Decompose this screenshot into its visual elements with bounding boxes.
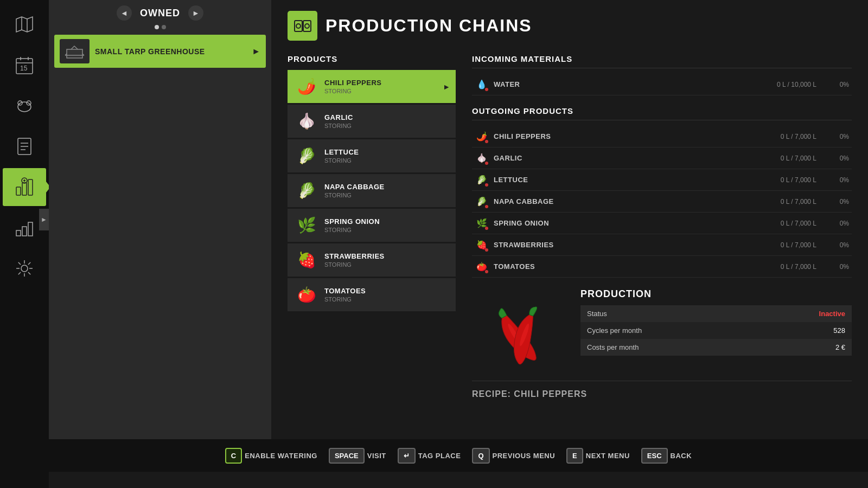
outgoing-icon: 🍓 (475, 238, 488, 252)
outgoing-name: LETTUCE (494, 176, 775, 184)
hotkey-label: VISIT (367, 452, 386, 460)
product-item-chili[interactable]: 🌶️ CHILI PEPPERS STORING ► (288, 70, 456, 103)
panel-collapse-arrow[interactable]: ► (39, 209, 49, 230)
outgoing-row-spring-onion: 🌿 SPRING ONION 0 L / 7,000 L 0% (472, 213, 852, 234)
product-name-spring_onion: SPRING ONION (324, 217, 450, 226)
production-box: PRODUCTION Status Inactive Cycles per mo… (472, 288, 852, 370)
outgoing-icon: 🧄 (475, 151, 488, 165)
material-status-dot (485, 162, 488, 165)
product-item-strawberries[interactable]: 🍓 STRAWBERRIES STORING (288, 243, 456, 277)
product-name-chili: CHILI PEPPERS (324, 79, 437, 87)
facility-arrow: ► (252, 47, 260, 56)
outgoing-title: OUTGOING PRODUCTS (472, 106, 852, 120)
incoming-percent: 0% (830, 81, 849, 88)
product-info-spring_onion: SPRING ONION STORING (324, 217, 450, 233)
incoming-title: INCOMING MATERIALS (472, 54, 852, 68)
owned-dots (54, 25, 266, 29)
product-item-garlic[interactable]: 🧄 GARLIC STORING (288, 105, 456, 138)
cycles-value: 528 (752, 322, 852, 339)
hotkey-label: NEXT MENU (586, 452, 630, 460)
incoming-list: 💧 WATER 0 L / 10,000 L 0% (472, 74, 852, 95)
product-sub-napa: STORING (324, 192, 450, 198)
sidebar-item-production[interactable] (3, 168, 46, 206)
product-info-lettuce: LETTUCE STORING (324, 148, 450, 164)
facility-name: SMALL TARP GREENHOUSE (95, 47, 246, 56)
product-arrow-chili: ► (443, 82, 450, 91)
product-item-napa[interactable]: 🥬 NAPA CABBAGE STORING (288, 174, 456, 207)
product-item-tomatoes[interactable]: 🍅 TOMATOES STORING (288, 278, 456, 311)
product-name-tomatoes: TOMATOES (324, 287, 450, 295)
hotkey-key[interactable]: E (566, 448, 583, 464)
hotkey-group-↵[interactable]: ↵ TAG PLACE (398, 448, 461, 464)
sidebar-item-calendar[interactable]: 15 (3, 46, 46, 84)
outgoing-amount: 0 L / 7,000 L (781, 241, 816, 249)
status-label: Status (580, 305, 752, 322)
hotkey-key[interactable]: C (225, 448, 242, 464)
hotkey-group-e[interactable]: E NEXT MENU (566, 448, 630, 464)
outgoing-name: CHILI PEPPERS (494, 132, 775, 140)
svg-rect-20 (67, 49, 82, 58)
section-title: PRODUCTION CHAINS (326, 16, 532, 36)
facility-item[interactable]: SMALL TARP GREENHOUSE ► (54, 35, 266, 68)
incoming-row-water: 💧 WATER 0 L / 10,000 L 0% (472, 74, 852, 95)
product-thumb-garlic: 🧄 (295, 109, 319, 133)
production-status-row: Status Inactive (580, 305, 852, 322)
sidebar-item-settings[interactable] (3, 249, 46, 287)
product-sub-tomatoes: STORING (324, 296, 450, 303)
owned-next-button[interactable]: ► (188, 5, 203, 21)
outgoing-percent: 0% (830, 155, 849, 162)
production-section: PRODUCTION CHAINS PRODUCTS 🌶️ CHILI PEPP… (271, 0, 868, 439)
product-sub-spring_onion: STORING (324, 227, 450, 233)
hotkey-key[interactable]: Q (472, 448, 489, 464)
material-status-dot (485, 140, 488, 143)
product-info-tomatoes: TOMATOES STORING (324, 287, 450, 303)
product-info-chili: CHILI PEPPERS STORING (324, 79, 437, 94)
hotkey-label: BACK (671, 452, 692, 460)
product-thumb-strawberries: 🍓 (295, 248, 319, 272)
costs-label: Costs per month (580, 339, 752, 356)
hotkey-group-q[interactable]: Q PREVIOUS MENU (472, 448, 555, 464)
sidebar-item-animals[interactable] (3, 87, 46, 125)
hotkey-key[interactable]: SPACE (329, 448, 365, 464)
hotkey-key[interactable]: ESC (641, 448, 668, 464)
outgoing-name: SPRING ONION (494, 219, 775, 227)
hotkey-group-space[interactable]: SPACE VISIT (329, 448, 386, 464)
outgoing-list: 🌶️ CHILI PEPPERS 0 L / 7,000 L 0% 🧄 GARL… (472, 126, 852, 278)
production-cycles-row: Cycles per month 528 (580, 322, 852, 339)
product-info-garlic: GARLIC STORING (324, 113, 450, 129)
production-table: Status Inactive Cycles per month 528 Cos… (580, 305, 852, 356)
product-item-spring_onion[interactable]: 🌿 SPRING ONION STORING (288, 209, 456, 242)
hotkey-key[interactable]: ↵ (398, 448, 416, 464)
svg-rect-12 (16, 187, 21, 195)
product-sub-chili: STORING (324, 88, 437, 94)
dot-2 (162, 25, 166, 29)
outgoing-amount: 0 L / 7,000 L (781, 133, 816, 140)
products-title: PRODUCTS (288, 54, 456, 63)
incoming-icon: 💧 (475, 78, 488, 91)
svg-rect-13 (22, 183, 27, 195)
svg-point-24 (296, 24, 301, 28)
outgoing-row-chili-peppers: 🌶️ CHILI PEPPERS 0 L / 7,000 L 0% (472, 126, 852, 147)
bottom-bar: C ENABLE WATERING SPACE VISIT ↵ TAG PLAC… (49, 439, 868, 472)
svg-point-19 (21, 265, 28, 272)
section-icon (288, 11, 317, 41)
outgoing-icon: 🥬 (475, 173, 488, 187)
svg-point-5 (18, 102, 31, 112)
sidebar-item-contracts[interactable] (3, 127, 46, 165)
svg-rect-16 (16, 230, 21, 236)
product-thumb-lettuce: 🥬 (295, 144, 319, 168)
status-value: Inactive (752, 305, 852, 322)
hotkey-group-c[interactable]: C ENABLE WATERING (225, 448, 317, 464)
product-sub-strawberries: STORING (324, 261, 450, 268)
svg-rect-17 (22, 227, 27, 236)
owned-prev-button[interactable]: ◄ (117, 5, 132, 21)
product-info-strawberries: STRAWBERRIES STORING (324, 252, 450, 268)
sidebar-item-map[interactable] (3, 5, 46, 43)
outgoing-row-tomatoes: 🍅 TOMATOES 0 L / 7,000 L 0% (472, 256, 852, 278)
right-panel: INCOMING MATERIALS 💧 WATER 0 L / 10,000 … (472, 54, 852, 399)
svg-rect-18 (28, 222, 33, 236)
product-item-lettuce[interactable]: 🥬 LETTUCE STORING (288, 139, 456, 172)
outgoing-percent: 0% (830, 133, 849, 140)
hotkey-group-esc[interactable]: ESC BACK (641, 448, 692, 464)
costs-value: 2 € (752, 339, 852, 356)
